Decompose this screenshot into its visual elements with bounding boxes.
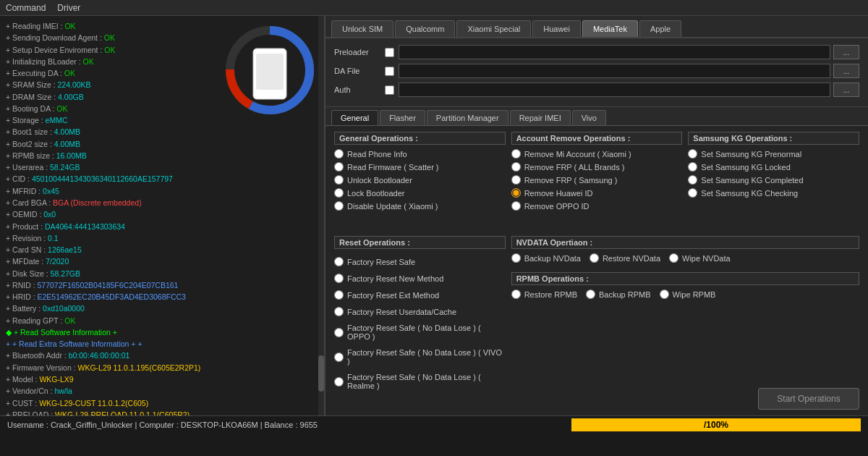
nvdata-title: NVDATA Opertiaon : <box>511 236 859 249</box>
log-entry: + Reading GPT : OK <box>6 315 318 326</box>
rpmb-title: RPMB Operations : <box>511 272 859 285</box>
inner-tabs: General Flasher Partition Manager Repair… <box>326 107 868 126</box>
ops-factory-reset-safe[interactable]: Factory Reset Safe <box>334 257 506 266</box>
rpmb-group: RPMB Operations : Restore RPMB Backup RP… <box>511 272 859 303</box>
ops-restore-nvdata[interactable]: Restore NVData <box>590 253 660 263</box>
tab-mediatek[interactable]: MediaTek <box>582 20 638 37</box>
log-entry: + Userarea : 58.24GB <box>6 161 318 173</box>
ops-factory-reset-ext[interactable]: Factory Reset Ext Method <box>334 290 506 300</box>
log-entry: + Boot1 size : 4.00MB <box>6 126 318 138</box>
general-ops-group: General Operations : Read Phone Info Rea… <box>334 132 506 230</box>
auth-checkbox[interactable] <box>385 85 394 95</box>
preloader-browse-button[interactable]: ... <box>833 45 859 59</box>
log-entry: + Firmware Version : WKG-L29 11.0.1.195(… <box>6 362 318 373</box>
log-scrollbar-thumb[interactable] <box>318 355 324 392</box>
ops-disable-update-xiaomi[interactable]: Disable Update ( Xiaomi ) <box>334 201 506 211</box>
auth-input[interactable] <box>399 83 830 97</box>
log-entry: + Battery : 0xd10a0000 <box>6 303 318 314</box>
inner-tab-general[interactable]: General <box>331 110 378 125</box>
log-entry: + Vendor/Cn : hw/la <box>6 385 318 397</box>
nvdata-group: NVDATA Opertiaon : Backup NVData Restore… <box>511 236 859 266</box>
da-file-input[interactable] <box>399 64 830 78</box>
main-content: + Reading IMEI : OK+ Sending Download Ag… <box>0 16 868 415</box>
ops-remove-mi-account[interactable]: Remove Mi Account ( Xiaomi ) <box>511 149 683 159</box>
inner-tab-vivo[interactable]: Vivo <box>572 110 606 125</box>
account-ops-title: Account Remove Operations : <box>511 132 683 145</box>
top-tabs: Unlock SIM Qualcomm Xiaomi Special Huawe… <box>326 16 868 38</box>
log-scrollbar[interactable] <box>318 16 324 415</box>
ops-remove-oppo-id[interactable]: Remove OPPO ID <box>511 201 683 211</box>
da-file-browse-button[interactable]: ... <box>833 64 859 78</box>
status-progress-bar: /100% <box>571 418 861 431</box>
preloader-row: Preloader ... <box>334 44 859 60</box>
log-entry: + Revision : 0.1 <box>6 232 318 244</box>
general-ops-title: General Operations : <box>334 132 506 145</box>
ops-factory-reset-safe-vivo[interactable]: Factory Reset Safe ( No Data Lose ) ( VI… <box>334 348 506 366</box>
nvdata-row: Backup NVData Restore NVData Wipe NVData <box>511 253 859 266</box>
rpmb-row: Restore RPMB Backup RPMB Wipe RPMB <box>511 290 859 303</box>
config-section: Preloader ... DA File ... Auth ... <box>326 38 868 107</box>
right-panel: Unlock SIM Qualcomm Xiaomi Special Huawe… <box>326 16 868 415</box>
menu-command[interactable]: Command <box>6 3 46 13</box>
log-entry: + HRID : E2E514962EC20B45DF3AD4ED3068FCC… <box>6 291 318 303</box>
status-bar: Username : Crack_Griffin_Unlocker | Comp… <box>0 415 868 433</box>
tab-xiaomi-special[interactable]: Xiaomi Special <box>456 20 531 37</box>
reset-ops-column: Reset Operations : Factory Reset Safe Fa… <box>334 236 506 410</box>
log-entry: + Disk Size : 58.27GB <box>6 268 318 279</box>
ops-backup-nvdata[interactable]: Backup NVData <box>511 253 581 263</box>
preloader-checkbox[interactable] <box>385 48 394 57</box>
ops-samsung-kg-prenormal[interactable]: Set Samsung KG Prenormal <box>688 149 859 159</box>
ops-samsung-kg-completed[interactable]: Set Samsung KG Completed <box>688 175 859 185</box>
samsung-ops-group: Samsung KG Operations : Set Samsung KG P… <box>688 132 859 230</box>
tab-qualcomm[interactable]: Qualcomm <box>395 20 455 37</box>
ops-samsung-kg-checking[interactable]: Set Samsung KG Checking <box>688 188 859 198</box>
samsung-ops-title: Samsung KG Operations : <box>688 132 859 145</box>
auth-row: Auth ... <box>334 82 859 98</box>
ops-restore-rpmb[interactable]: Restore RPMB <box>511 290 577 299</box>
status-info: Username : Crack_Griffin_Unlocker | Comp… <box>7 421 571 429</box>
ops-remove-huawei-id[interactable]: Remove Huawei ID <box>511 188 683 198</box>
ops-unlock-bootloader[interactable]: Unlock Bootloader <box>334 175 506 185</box>
da-file-checkbox[interactable] <box>385 67 394 76</box>
log-entry: + CID : 4501004441343036340112660AE15779… <box>6 173 318 185</box>
tab-unlock-sim[interactable]: Unlock SIM <box>331 20 393 37</box>
preloader-input[interactable] <box>399 45 830 59</box>
log-entry: ◆ + Read Software Information + <box>6 326 318 338</box>
log-entry: + MFDate : 7/2020 <box>6 256 318 267</box>
ops-backup-rpmb[interactable]: Backup RPMB <box>586 290 651 299</box>
ops-samsung-kg-locked[interactable]: Set Samsung KG Locked <box>688 162 859 172</box>
ops-factory-reset-safe-realme[interactable]: Factory Reset Safe ( No Data Lose ) ( Re… <box>334 373 506 390</box>
log-entry: + RPMB size : 16.00MB <box>6 150 318 161</box>
inner-tab-flasher[interactable]: Flasher <box>380 110 425 125</box>
ops-wipe-nvdata[interactable]: Wipe NVData <box>669 253 731 263</box>
log-entry: + MFRID : 0x45 <box>6 185 318 197</box>
log-panel: + Reading IMEI : OK+ Sending Download Ag… <box>0 16 326 415</box>
ops-read-phone-info[interactable]: Read Phone Info <box>334 149 506 159</box>
ops-wipe-rpmb[interactable]: Wipe RPMB <box>660 290 716 299</box>
inner-tab-repair-imei[interactable]: Repair IMEI <box>510 110 571 125</box>
ops-factory-reset-safe-oppo[interactable]: Factory Reset Safe ( No Data Lose ) ( OP… <box>334 324 506 341</box>
log-entry: + RNID : 577072F16502B04185F6C204E07CB16… <box>6 279 318 291</box>
menu-driver[interactable]: Driver <box>57 3 80 13</box>
ops-factory-reset-userdata[interactable]: Factory Reset Userdata/Cache <box>334 307 506 316</box>
ops-read-firmware-scatter[interactable]: Read Firmware ( Scatter ) <box>334 162 506 172</box>
tab-apple[interactable]: Apple <box>639 20 681 37</box>
nvdata-rpmb-column: NVDATA Opertiaon : Backup NVData Restore… <box>511 236 859 410</box>
da-file-label: DA File <box>334 67 385 75</box>
ops-factory-reset-new[interactable]: Factory Reset New Method <box>334 274 506 283</box>
ops-lock-bootloader[interactable]: Lock Bootloader <box>334 188 506 198</box>
log-entry: + PRELOAD : WKG-L29-PRELOAD 11.0.1.1(C60… <box>6 409 318 415</box>
inner-tab-partition-manager[interactable]: Partition Manager <box>427 110 509 125</box>
start-btn-container: Start Operations <box>511 388 859 410</box>
log-entry: + + Read Extra Software Information + + <box>6 338 318 350</box>
tab-huawei[interactable]: Huawei <box>532 20 581 37</box>
ops-remove-frp-samsung[interactable]: Remove FRP ( Samsung ) <box>511 175 683 185</box>
ops-remove-frp-all[interactable]: Remove FRP ( ALL Brands ) <box>511 162 683 172</box>
reset-ops-title: Reset Operations : <box>334 236 506 249</box>
start-operations-button[interactable]: Start Operations <box>758 388 859 410</box>
auth-browse-button[interactable]: ... <box>833 83 859 97</box>
account-ops-group: Account Remove Operations : Remove Mi Ac… <box>511 132 683 230</box>
log-entry: + Product : DA4064:444134303634 <box>6 221 318 232</box>
log-entry: + OEMID : 0x0 <box>6 208 318 220</box>
menu-bar: Command Driver <box>0 0 868 16</box>
